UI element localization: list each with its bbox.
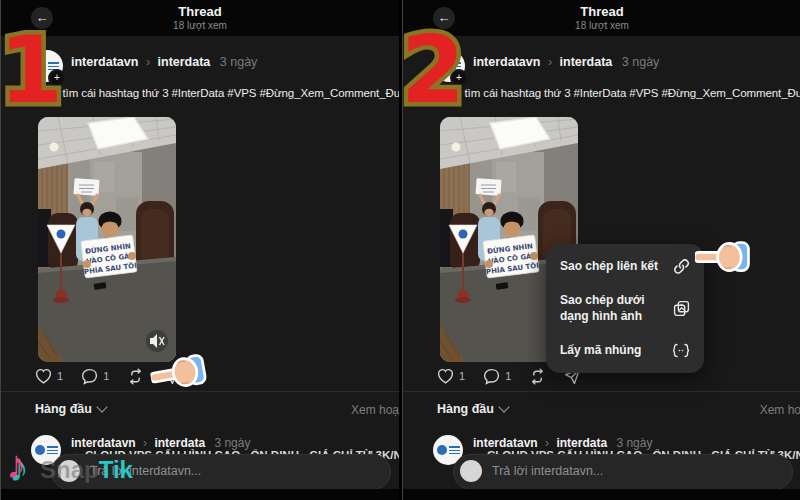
follow-plus-icon[interactable]: + bbox=[48, 69, 66, 87]
chevron-down-icon bbox=[498, 401, 509, 412]
timestamp: 3 ngày bbox=[616, 436, 652, 450]
post-byline: interdatavn › interdata 3 ngày bbox=[473, 55, 659, 69]
share-context-menu: Sao chép liên kết Sao chép dưới dạng hìn… bbox=[546, 244, 704, 373]
post-video[interactable]: ĐỪNG NHÌN VÀO CÔ GÁI PHÍA SAU TÔI bbox=[38, 117, 176, 362]
repost-button[interactable] bbox=[529, 368, 546, 385]
comment-icon bbox=[81, 368, 98, 385]
copy-as-image-icon bbox=[673, 300, 690, 317]
repost-icon bbox=[529, 368, 546, 385]
like-button[interactable]: 1 bbox=[437, 368, 465, 385]
like-count: 1 bbox=[57, 370, 63, 382]
screenshot-step-2: ← Thread 18 lượt xem + interdatavn › int… bbox=[402, 0, 800, 500]
avatar[interactable]: + bbox=[31, 50, 63, 82]
reply-placeholder: Trả lời interdatavn... bbox=[492, 455, 603, 488]
timestamp: 3 ngày bbox=[214, 436, 250, 450]
username[interactable]: interdatavn bbox=[71, 436, 136, 450]
avatar[interactable]: + bbox=[433, 50, 465, 82]
repost-icon bbox=[127, 368, 144, 385]
post-byline: interdatavn › interdata 3 ngày bbox=[71, 55, 257, 69]
view-count: 18 lượt xem bbox=[1, 20, 399, 31]
page-title: Thread bbox=[1, 4, 399, 19]
chevron-separator: › bbox=[146, 55, 150, 69]
view-activity-link[interactable]: Xem ho bbox=[760, 403, 800, 417]
thread-header: ← Thread 18 lượt xem bbox=[403, 0, 800, 36]
self-avatar bbox=[460, 460, 482, 482]
self-avatar bbox=[58, 460, 80, 482]
video-scene: ĐỪNG NHÌN VÀO CÔ GÁI PHÍA SAU TÔI bbox=[38, 117, 176, 362]
channel-name[interactable]: interdata bbox=[556, 436, 607, 450]
heart-icon bbox=[35, 368, 52, 385]
chevron-down-icon bbox=[96, 401, 107, 412]
page-title: Thread bbox=[403, 4, 800, 19]
brand-logo-icon bbox=[35, 445, 45, 455]
bottom-strip bbox=[403, 489, 800, 500]
share-button[interactable] bbox=[162, 368, 179, 385]
view-count: 18 lượt xem bbox=[403, 20, 800, 31]
timestamp: 3 ngày bbox=[220, 55, 258, 69]
comment-byline: interdatavn › interdata 3 ngày bbox=[71, 436, 250, 450]
divider bbox=[403, 391, 800, 392]
like-button[interactable]: 1 bbox=[35, 368, 63, 385]
channel-name[interactable]: interdata bbox=[158, 55, 211, 69]
comment-count: 1 bbox=[505, 370, 511, 382]
comment-button[interactable]: 1 bbox=[81, 368, 109, 385]
view-activity-link[interactable]: Xem hoạ bbox=[351, 403, 399, 417]
menu-item-copy-as-image[interactable]: Sao chép dưới dạng hình ảnh bbox=[546, 284, 704, 333]
sort-dropdown[interactable]: Hàng đầu bbox=[35, 402, 106, 416]
reply-input[interactable]: Trả lời interdatavn... bbox=[453, 454, 793, 490]
heart-icon bbox=[437, 368, 454, 385]
username[interactable]: interdatavn bbox=[473, 55, 540, 69]
reply-placeholder: Trả lời interdatavn... bbox=[90, 455, 201, 488]
channel-name[interactable]: interdata bbox=[560, 55, 613, 69]
divider bbox=[1, 391, 399, 392]
username[interactable]: interdatavn bbox=[71, 55, 138, 69]
mute-icon bbox=[146, 330, 168, 352]
chevron-separator: › bbox=[548, 55, 552, 69]
brand-logo-icon bbox=[437, 445, 447, 455]
comment-button[interactable]: 1 bbox=[483, 368, 511, 385]
repost-button[interactable] bbox=[127, 368, 144, 385]
channel-name[interactable]: interdata bbox=[154, 436, 205, 450]
send-icon bbox=[162, 368, 179, 385]
username[interactable]: interdatavn bbox=[473, 436, 538, 450]
comment-count: 1 bbox=[103, 370, 109, 382]
embed-code-icon bbox=[672, 342, 690, 359]
menu-item-copy-link[interactable]: Sao chép liên kết bbox=[546, 249, 704, 284]
link-icon bbox=[673, 258, 690, 275]
sort-dropdown[interactable]: Hàng đầu bbox=[437, 402, 508, 416]
comment-icon bbox=[483, 368, 500, 385]
like-count: 1 bbox=[459, 370, 465, 382]
action-bar: 1 1 bbox=[35, 365, 197, 387]
thread-header: ← Thread 18 lượt xem bbox=[1, 0, 399, 36]
reply-input[interactable]: Trả lời interdatavn... bbox=[51, 454, 391, 490]
brand-logo-icon bbox=[36, 61, 46, 71]
follow-plus-icon[interactable]: + bbox=[450, 69, 468, 87]
bottom-strip bbox=[1, 489, 399, 500]
comment-byline: interdatavn › interdata 3 ngày bbox=[473, 436, 652, 450]
timestamp: 3 ngày bbox=[622, 55, 660, 69]
screenshot-step-1: ← Thread 18 lượt xem + interdatavn › int… bbox=[0, 0, 399, 500]
menu-item-embed-code[interactable]: Lấy mã nhúng bbox=[546, 333, 704, 368]
post-text: Đừng tìm cái hashtag thứ 3 #InterData #V… bbox=[433, 87, 800, 99]
brand-logo-icon bbox=[438, 61, 448, 71]
post-text: Đừng tìm cái hashtag thứ 3 #InterData #V… bbox=[31, 87, 399, 99]
